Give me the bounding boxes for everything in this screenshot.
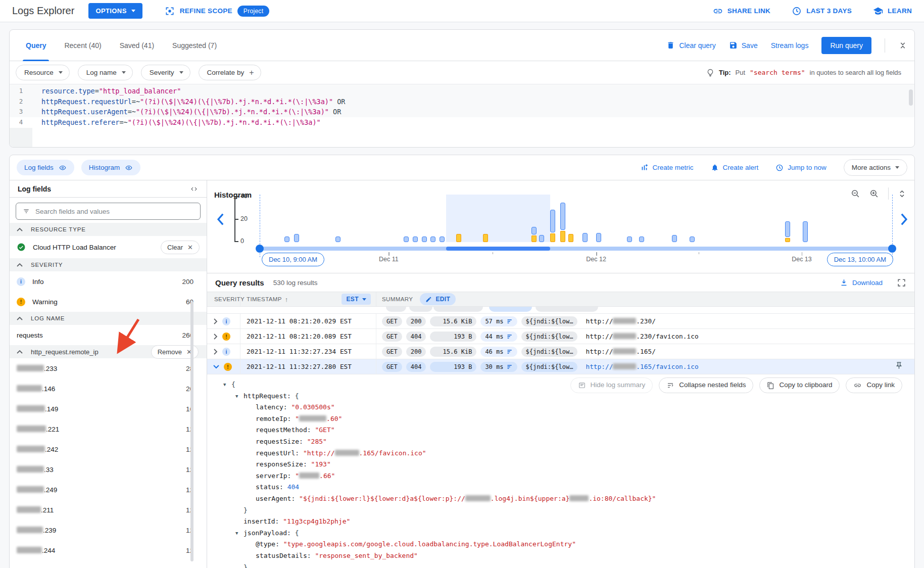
query-line-3[interactable]: 3httpRequest.userAgent=~"(?i)(\$|\%24)(\…	[10, 107, 914, 117]
json-brace-line[interactable]: }	[215, 505, 914, 516]
edit-summary-button[interactable]: EDIT	[420, 293, 456, 305]
status-chip[interactable]: 404	[406, 362, 426, 372]
timestamp-column-header[interactable]: TIMESTAMP	[247, 296, 282, 302]
more-actions-button[interactable]: More actions	[844, 159, 907, 176]
response-size-chip[interactable]: 193 B	[430, 362, 476, 372]
json-field-statusdetails[interactable]: statusDetails: "response_sent_by_backend…	[215, 550, 914, 562]
response-size-chip[interactable]: 15.6 KiB	[430, 347, 476, 357]
pin-icon[interactable]	[895, 361, 903, 370]
section-header-resource-type[interactable]: RESOURCE TYPE	[10, 223, 207, 236]
json-field-type[interactable]: @type: "type.googleapis.com/google.cloud…	[215, 539, 914, 550]
histogram-pan-left-icon[interactable]	[216, 213, 224, 226]
json-brace-line[interactable]: }	[215, 562, 914, 568]
json-field-serverip[interactable]: serverIp: ".66"	[215, 470, 914, 482]
filter-chip-resource[interactable]: Resource	[16, 65, 70, 80]
json-field-status[interactable]: status: 404	[215, 482, 914, 493]
query-line-4[interactable]: 4httpRequest.referer=~"(?i)(\$|\%24)(\{|…	[10, 117, 914, 128]
latency-chip[interactable]: 30 ms	[480, 362, 517, 372]
field-value-item[interactable]: .14916	[10, 399, 207, 419]
tab-recent-40[interactable]: Recent (40)	[55, 30, 110, 61]
unfold-icon[interactable]	[898, 189, 906, 199]
json-field-jsonpayload[interactable]: ▼jsonPayload: {	[215, 528, 914, 539]
field-value-item[interactable]: !Warning60	[10, 292, 207, 312]
section-header-http-request-remote-ip[interactable]: http_request.remote_ipRemove✕	[10, 345, 207, 358]
field-value-item[interactable]: .23912	[10, 520, 207, 540]
method-chip[interactable]: GET	[382, 332, 402, 342]
method-chip[interactable]: GET	[382, 347, 402, 357]
clear-filter-button[interactable]: Clear✕	[161, 241, 200, 254]
section-header-log-name[interactable]: LOG NAME	[10, 312, 207, 325]
editor-scrollbar[interactable]	[909, 89, 913, 106]
field-value-item[interactable]: .21112	[10, 500, 207, 520]
tab-suggested-7[interactable]: Suggested (7)	[163, 30, 226, 61]
tab-saved-41[interactable]: Saved (41)	[111, 30, 163, 61]
json-field-requesturl[interactable]: requestUrl: "http://.165/favicon.ico"	[215, 448, 914, 459]
jump-to-now-button[interactable]: Jump to now	[775, 164, 826, 172]
code-brackets-icon[interactable]	[189, 185, 199, 193]
response-size-chip[interactable]: 193 B	[430, 332, 476, 342]
histogram-toggle-pill[interactable]: Histogram	[81, 160, 141, 175]
clear-query-button[interactable]: Clear query	[666, 41, 715, 50]
range-end-chip[interactable]: Dec 13, 10:00 AM	[827, 253, 893, 266]
json-field-insertid[interactable]: insertId: "11g3cp4g1b2phje"	[215, 516, 914, 528]
latency-chip[interactable]: 57 ms	[480, 316, 517, 326]
time-scrubber[interactable]	[260, 247, 892, 251]
histogram-plot[interactable]	[260, 195, 892, 242]
json-field-remoteip[interactable]: remoteIp: ".60"	[215, 413, 914, 425]
user-agent-chip[interactable]: ${jndi:${low…	[521, 347, 578, 357]
create-alert-button[interactable]: Create alert	[711, 163, 759, 172]
log-fields-toggle-pill[interactable]: Log fields	[17, 160, 74, 175]
section-header-severity[interactable]: SEVERITY	[10, 258, 207, 271]
filter-chip-log-name[interactable]: Log name	[78, 65, 133, 80]
expand-row-icon[interactable]	[213, 318, 218, 324]
scrubber-end-handle[interactable]	[888, 245, 896, 253]
collapse-row-icon[interactable]	[213, 364, 219, 369]
field-value-item[interactable]: .24912	[10, 480, 207, 500]
options-button[interactable]: OPTIONS	[88, 3, 142, 19]
query-line-1[interactable]: 1resource.type="http_load_balancer"	[10, 86, 914, 97]
collapse-panel-icon[interactable]	[898, 40, 907, 51]
learn-button[interactable]: LEARN	[873, 6, 912, 16]
field-value-item[interactable]: .22112	[10, 419, 207, 439]
fullscreen-icon[interactable]	[897, 278, 906, 288]
field-value-item[interactable]: requests260	[10, 325, 207, 345]
run-query-button[interactable]: Run query	[821, 37, 871, 54]
query-editor[interactable]: 1resource.type="http_load_balancer"2http…	[10, 84, 914, 147]
filter-chip-correlate-by[interactable]: Correlate by+	[199, 65, 261, 80]
range-start-chip[interactable]: Dec 10, 9:00 AM	[262, 253, 324, 266]
json-field-responsesize[interactable]: responseSize: "193"	[215, 459, 914, 470]
field-value-item[interactable]: .24212	[10, 439, 207, 459]
query-line-2[interactable]: 2httpRequest.requestUrl=~"(?i)(\$|\%24)(…	[10, 97, 914, 107]
log-entry-row[interactable]: i2021-12-11 08:21:20.029 ESTGET20015.6 K…	[207, 314, 914, 329]
user-agent-chip[interactable]: ${jndi:${low…	[521, 332, 578, 342]
json-field-latency[interactable]: latency: "0.030500s"	[215, 402, 914, 413]
user-agent-chip[interactable]: ${jndi:${low…	[521, 362, 578, 372]
expand-node-icon[interactable]: ▼	[223, 379, 226, 391]
json-field-requestsize[interactable]: requestSize: "285"	[215, 436, 914, 448]
response-size-chip[interactable]: 15.6 KiB	[430, 316, 476, 326]
download-button[interactable]: Download	[840, 278, 883, 287]
latency-chip[interactable]: 46 ms	[480, 347, 517, 357]
json-brace-line[interactable]: ▼{	[215, 379, 914, 391]
status-chip[interactable]: 404	[406, 332, 426, 342]
fields-search-input[interactable]	[35, 208, 182, 215]
field-value-item[interactable]: .14620	[10, 378, 207, 399]
json-field-useragent[interactable]: userAgent: "${jndi:${lower:l}${lower:d}a…	[215, 493, 914, 505]
field-value-item[interactable]: .23328	[10, 358, 207, 378]
timezone-chip[interactable]: EST	[342, 294, 371, 305]
expand-node-icon[interactable]: ▼	[235, 528, 238, 539]
latency-chip[interactable]: 44 ms	[480, 332, 517, 342]
sort-ascending-icon[interactable]: ↑	[285, 296, 288, 303]
scrubber-start-handle[interactable]	[256, 245, 264, 253]
field-value-item[interactable]: .3312	[10, 459, 207, 480]
create-metric-button[interactable]: Create metric	[640, 163, 694, 172]
log-entry-row[interactable]: !2021-12-11 11:32:27.280 ESTGET404193 B3…	[207, 359, 914, 374]
field-value-item[interactable]: Cloud HTTP Load BalancerClear✕	[10, 236, 207, 258]
expand-node-icon[interactable]: ▼	[235, 391, 238, 402]
json-field-httprequest[interactable]: ▼httpRequest: {	[215, 391, 914, 402]
field-value-item[interactable]: .24412	[10, 540, 207, 560]
save-button[interactable]: Save	[729, 41, 758, 50]
log-entry-row[interactable]: i2021-12-11 11:32:27.234 ESTGET20015.6 K…	[207, 344, 914, 359]
histogram-pan-right-icon[interactable]	[900, 213, 908, 226]
method-chip[interactable]: GET	[382, 316, 402, 326]
